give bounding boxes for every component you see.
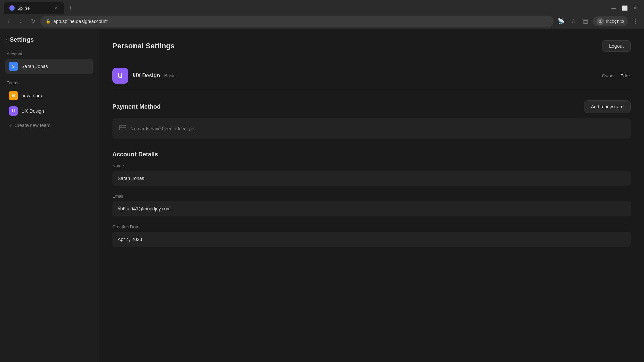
- app-layout: ‹ Settings Account S Sarah Jonas Teams N…: [0, 29, 644, 362]
- back-arrow-icon[interactable]: ‹: [5, 37, 7, 43]
- active-tab[interactable]: Spline ✕: [4, 2, 64, 14]
- nav-actions: 📡 ☆ ▤ Incognito ⋮: [556, 16, 640, 26]
- payment-section-title: Payment Method: [112, 103, 161, 110]
- nav-bar: ‹ › ↻ 🔒 app.spline.design/account 📡 ☆ ▤ …: [0, 13, 644, 29]
- sidebar-item-new-team[interactable]: N new team: [5, 88, 93, 103]
- email-value: 5b6ce941@moodjoy.com: [112, 201, 631, 216]
- teams-section-label: Teams: [5, 80, 93, 85]
- svg-point-1: [599, 20, 601, 22]
- no-cards-box: No cards have been added yet.: [112, 118, 631, 139]
- sidebar-item-account[interactable]: S Sarah Jonas: [5, 59, 93, 74]
- account-user-name: Sarah Jonas: [21, 64, 48, 69]
- logout-button[interactable]: Logout: [602, 40, 631, 52]
- incognito-button[interactable]: Incognito: [593, 16, 628, 26]
- name-field-group: Name Sarah Jonas: [112, 163, 631, 186]
- create-team-button[interactable]: + Create new team: [5, 120, 93, 131]
- page-title: Personal Settings: [112, 42, 175, 50]
- ux-design-avatar: U: [9, 106, 18, 116]
- workspace-plan: Basic: [164, 73, 175, 78]
- page-header: Personal Settings Logout: [112, 40, 631, 52]
- workspace-avatar: U: [112, 68, 128, 84]
- edit-label: Edit: [620, 73, 628, 78]
- account-avatar-letter: S: [12, 64, 15, 69]
- workspace-actions: Owner Edit ›: [602, 73, 631, 78]
- sidebar-item-ux-design[interactable]: U UX Design: [5, 104, 93, 118]
- cast-button[interactable]: 📡: [556, 17, 566, 26]
- browser-chrome: Spline ✕ + — ⬜ ✕ ‹ › ↻ 🔒 app.spline.desi…: [0, 0, 644, 29]
- account-details-title: Account Details: [112, 151, 158, 158]
- workspace-avatar-letter: U: [118, 72, 123, 80]
- workspace-card: U UX Design - Basic Owner Edit ›: [112, 62, 631, 89]
- incognito-label: Incognito: [606, 19, 624, 24]
- card-icon: [119, 125, 126, 132]
- window-controls: — ⬜ ✕: [609, 3, 640, 13]
- svg-point-0: [10, 6, 14, 10]
- new-team-name: new team: [21, 93, 42, 98]
- address-bar[interactable]: 🔒 app.spline.design/account: [40, 16, 554, 27]
- owner-badge: Owner: [602, 73, 615, 78]
- account-details-section: Account Details Name Sarah Jonas Email 5…: [112, 151, 631, 247]
- teams-section: Teams N new team U UX Design + Create ne…: [5, 80, 93, 131]
- creation-date-field-group: Creation Date Apr 4, 2023: [112, 224, 631, 247]
- add-card-button[interactable]: Add a new card: [584, 100, 631, 113]
- browser-menu-button[interactable]: ⋮: [631, 17, 640, 26]
- sidebar-header: ‹ Settings: [5, 36, 93, 43]
- bookmark-button[interactable]: ☆: [569, 17, 578, 26]
- account-avatar: S: [9, 62, 18, 71]
- tab-bar: Spline ✕ + — ⬜ ✕: [0, 0, 644, 13]
- account-section: Account S Sarah Jonas: [5, 51, 93, 74]
- new-team-avatar: N: [9, 91, 18, 100]
- payment-section-header: Payment Method Add a new card: [112, 100, 631, 113]
- tab-title: Spline: [17, 6, 51, 11]
- sidebar: ‹ Settings Account S Sarah Jonas Teams N…: [0, 29, 99, 362]
- back-button[interactable]: ‹: [4, 17, 13, 26]
- lock-icon: 🔒: [46, 19, 51, 24]
- tab-favicon: [9, 5, 15, 11]
- name-value: Sarah Jonas: [112, 171, 631, 186]
- ux-design-avatar-letter: U: [12, 109, 15, 113]
- main-content: Personal Settings Logout U UX Design - B…: [99, 29, 644, 362]
- email-field-group: Email 5b6ce941@moodjoy.com: [112, 194, 631, 216]
- edit-button[interactable]: Edit ›: [620, 73, 631, 78]
- svg-rect-3: [119, 127, 126, 128]
- creation-date-label: Creation Date: [112, 224, 631, 229]
- new-tab-button[interactable]: +: [66, 3, 75, 13]
- incognito-avatar: [597, 18, 604, 25]
- sidebar-toggle-button[interactable]: ▤: [581, 17, 590, 26]
- new-team-avatar-letter: N: [12, 93, 15, 98]
- no-cards-text: No cards have been added yet.: [130, 126, 196, 131]
- minimize-button[interactable]: —: [609, 3, 619, 13]
- ux-design-team-name: UX Design: [21, 108, 44, 114]
- email-label: Email: [112, 194, 631, 199]
- forward-button[interactable]: ›: [16, 17, 25, 26]
- refresh-button[interactable]: ↻: [28, 17, 38, 26]
- name-label: Name: [112, 163, 631, 168]
- plus-icon: +: [9, 122, 12, 128]
- create-team-label: Create new team: [14, 123, 50, 128]
- workspace-separator: -: [160, 73, 164, 78]
- workspace-info: UX Design - Basic: [133, 73, 176, 79]
- maximize-button[interactable]: ⬜: [620, 3, 629, 13]
- close-window-button[interactable]: ✕: [631, 3, 640, 13]
- account-section-label: Account: [5, 51, 93, 56]
- tab-close-button[interactable]: ✕: [54, 5, 59, 11]
- workspace-name: UX Design: [133, 73, 160, 78]
- edit-chevron-icon: ›: [629, 73, 631, 78]
- settings-title: Settings: [10, 36, 34, 43]
- payment-section: Payment Method Add a new card No cards h…: [112, 100, 631, 139]
- account-details-header: Account Details: [112, 151, 631, 158]
- url-text: app.spline.design/account: [53, 19, 108, 24]
- creation-date-value: Apr 4, 2023: [112, 232, 631, 247]
